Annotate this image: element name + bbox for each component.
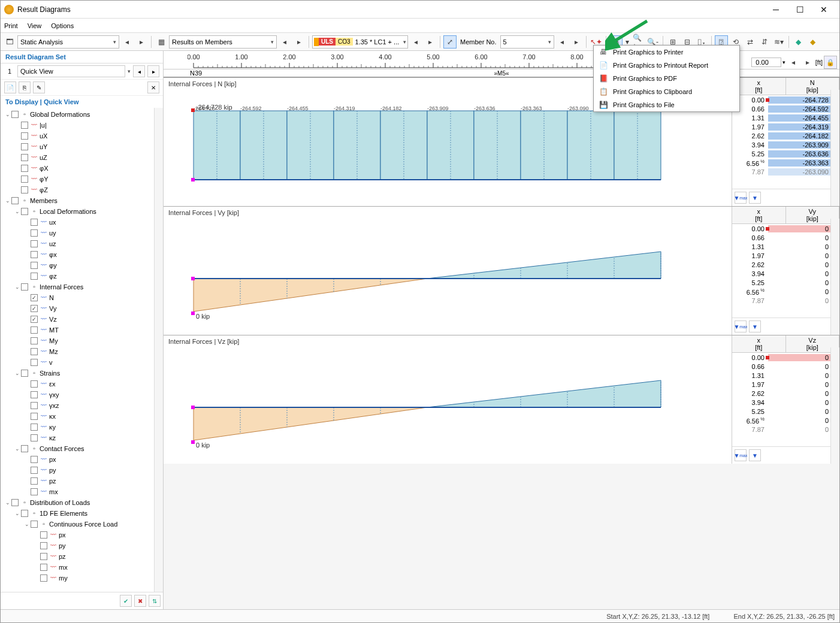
tree-node[interactable]: ⌄▫Continuous Force Load	[1, 519, 163, 530]
tree-node[interactable]: ✓〰N	[1, 292, 163, 303]
data-row[interactable]: 6.56 ½0	[732, 287, 839, 296]
tree-node[interactable]: ⌄▫Internal Forces	[1, 282, 163, 292]
tree-node[interactable]: 〰py	[1, 540, 163, 551]
print-menu-item[interactable]: 📋Print Graphics to Clipboard	[594, 85, 739, 98]
member-next[interactable]: ▸	[570, 35, 583, 49]
tree-node[interactable]: 〰κz	[1, 433, 163, 443]
results-prev[interactable]: ◂	[278, 35, 291, 49]
filter-max-icon[interactable]: ▼max	[735, 192, 747, 204]
print-menu-item[interactable]: 📄Print Graphics to Printout Report	[594, 59, 739, 72]
data-row[interactable]: 0.66-264.592	[732, 104, 839, 113]
tree-node[interactable]: 〰uy	[1, 228, 163, 238]
tree-node[interactable]: 〰uZ	[1, 152, 163, 163]
data-row[interactable]: 0.000	[732, 353, 839, 362]
member-no-combo[interactable]: 5▾	[500, 35, 554, 49]
tree-node[interactable]: 〰px	[1, 530, 163, 540]
data-row[interactable]: 5.250	[732, 278, 839, 287]
data-row[interactable]: 1.310	[732, 371, 839, 380]
tool-h-icon[interactable]: ≋▾	[772, 35, 785, 49]
data-row[interactable]: 7.870	[732, 296, 839, 305]
data-row[interactable]: 0.00-264.728	[732, 95, 839, 104]
unit-value[interactable]: 0.00	[751, 58, 781, 67]
tree-node[interactable]: 〰pz	[1, 551, 163, 562]
data-row[interactable]: 3.94-263.909	[732, 140, 839, 149]
tree-node[interactable]: ✓〰Vy	[1, 303, 163, 314]
tree-node[interactable]: 〰uY	[1, 141, 163, 152]
data-row[interactable]: 0.000	[732, 224, 839, 233]
lc-next[interactable]: ▸	[424, 35, 437, 49]
filter-max-icon[interactable]: ▼max	[735, 449, 747, 461]
analysis-combo[interactable]: Static Analysis▾	[17, 35, 119, 49]
data-row[interactable]: 6.56 ½0	[732, 416, 839, 425]
tool-i-icon[interactable]: ◆	[792, 35, 805, 49]
data-row[interactable]: 2.620	[732, 260, 839, 269]
tree-node[interactable]: 〰ux	[1, 217, 163, 228]
filter-icon[interactable]: ▼	[749, 449, 761, 461]
menu-print[interactable]: Print	[4, 22, 18, 29]
data-row[interactable]: 3.940	[732, 398, 839, 407]
tree-node[interactable]: 〰Mz	[1, 346, 163, 357]
tree-node[interactable]: ⌄▫Strains	[1, 368, 163, 379]
maximize-button[interactable]: ☐	[788, 1, 812, 18]
tree-node[interactable]: ⌄▫Distribution of Loads	[1, 497, 163, 508]
lock-icon[interactable]: 🔒	[824, 56, 837, 69]
tree-foot-uncheck[interactable]: ✖	[134, 595, 146, 607]
tree-node[interactable]: 〰py	[1, 465, 163, 476]
tree-node[interactable]: ⌄▫Global Deformations	[1, 109, 163, 120]
data-row[interactable]: 6.56 ½-263.363	[732, 158, 839, 167]
data-row[interactable]: 1.970	[732, 251, 839, 260]
tree-node[interactable]: ⌄▫Members	[1, 195, 163, 206]
member-prev[interactable]: ◂	[555, 35, 569, 49]
results-on-combo[interactable]: Results on Members▾	[169, 35, 277, 49]
data-row[interactable]: 1.970	[732, 380, 839, 389]
tree-node[interactable]: 〰κx	[1, 411, 163, 422]
data-row[interactable]: 0.660	[732, 362, 839, 371]
tree-node[interactable]: 〰pz	[1, 476, 163, 486]
unit-prev[interactable]: ◂	[787, 56, 800, 69]
print-menu-item[interactable]: 📕Print Graphics to PDF	[594, 72, 739, 85]
tree-node[interactable]: 〰φy	[1, 260, 163, 271]
loadcase-combo[interactable]: ULS CO3 1.35 * LC1 + ... ▾	[312, 35, 408, 49]
set-next[interactable]: ▸	[147, 65, 159, 77]
minimize-button[interactable]: ─	[764, 1, 788, 18]
tool-g-icon[interactable]: ⇵	[758, 35, 771, 49]
results-next[interactable]: ▸	[292, 35, 306, 49]
tree-node[interactable]: 〰mx	[1, 562, 163, 573]
filter-max-icon[interactable]: ▼max	[735, 320, 747, 332]
data-row[interactable]: 3.940	[732, 269, 839, 278]
data-row[interactable]: 7.870	[732, 425, 839, 434]
tree-node[interactable]: 〰my	[1, 573, 163, 583]
tree-foot-check[interactable]: ✔	[120, 595, 132, 607]
tree-node[interactable]: 〰φZ	[1, 185, 163, 195]
tree-node[interactable]: 〰εx	[1, 379, 163, 389]
data-row[interactable]: 7.87-263.090	[732, 167, 839, 176]
tree-node[interactable]: 〰γxy	[1, 389, 163, 400]
tree-node[interactable]: 〰φY	[1, 174, 163, 185]
tree-node[interactable]: 〰φx	[1, 249, 163, 260]
close-button[interactable]: ✕	[812, 1, 836, 18]
member-select-icon[interactable]: ⤢	[443, 35, 457, 49]
data-row[interactable]: 1.97-264.319	[732, 122, 839, 131]
analysis-next[interactable]: ▸	[135, 35, 148, 49]
data-row[interactable]: 0.660	[732, 233, 839, 242]
tree-foot-toggle[interactable]: ⇅	[149, 595, 161, 607]
set-name-input[interactable]	[17, 65, 125, 77]
data-row[interactable]: 1.31-264.455	[732, 113, 839, 122]
tree-node[interactable]: 〰px	[1, 454, 163, 465]
tree-node[interactable]: ✓〰Vz	[1, 314, 163, 325]
copy-set-button[interactable]: ⎘	[19, 81, 31, 93]
tree-node[interactable]: 〰uz	[1, 238, 163, 249]
delete-set-button[interactable]: ✕	[147, 81, 159, 93]
menu-view[interactable]: View	[28, 22, 42, 29]
tree-node[interactable]: ⌄▫1D FE Elements	[1, 508, 163, 519]
data-row[interactable]: 5.25-263.636	[732, 149, 839, 158]
filter-icon[interactable]: ▼	[749, 192, 761, 204]
tree-node[interactable]: 〰φX	[1, 163, 163, 174]
tree-node[interactable]: 〰φz	[1, 271, 163, 282]
tree-node[interactable]: 〰My	[1, 335, 163, 346]
data-row[interactable]: 2.62-264.182	[732, 131, 839, 140]
tree-node[interactable]: 〰|u|	[1, 120, 163, 131]
analysis-prev[interactable]: ◂	[120, 35, 134, 49]
tool-j-icon[interactable]: ◆	[806, 35, 820, 49]
tree-node[interactable]: 〰v	[1, 357, 163, 368]
